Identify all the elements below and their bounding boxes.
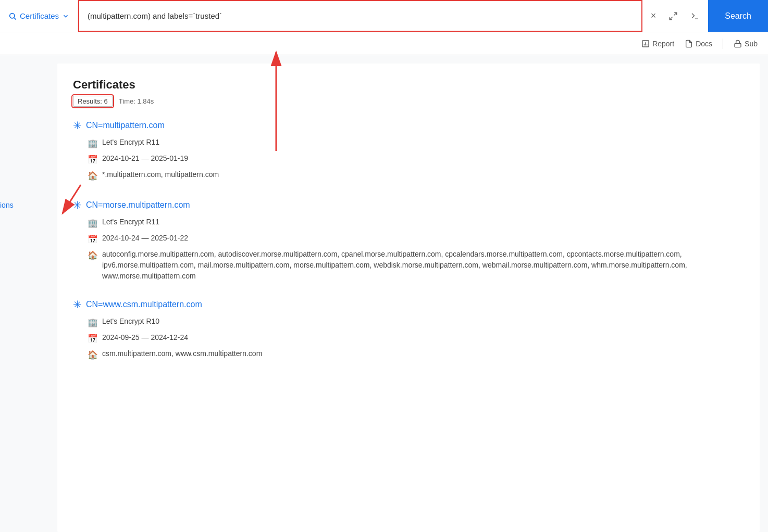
cert-selector[interactable]: Certificates bbox=[0, 0, 78, 32]
report-icon bbox=[641, 40, 650, 48]
docs-item[interactable]: Docs bbox=[685, 40, 712, 48]
cert-domains-value: autoconfig.morse.multipattern.com, autod… bbox=[102, 249, 739, 282]
cert-domains: 🏠 autoconfig.morse.multipattern.com, aut… bbox=[88, 249, 739, 282]
search-input[interactable] bbox=[79, 1, 641, 31]
expand-button[interactable] bbox=[666, 9, 680, 23]
sidebar-link[interactable]: ions bbox=[0, 201, 18, 209]
cert-name-row: ✳ CN=multipattern.com bbox=[73, 119, 739, 132]
cert-domains-value: csm.multipattern.com, www.csm.multipatte… bbox=[102, 348, 262, 359]
svg-point-0 bbox=[10, 13, 15, 18]
cert-cn-link[interactable]: CN=multipattern.com bbox=[86, 121, 165, 130]
results-panel: Certificates Results: 6 Time: 1.84s ✳ CN… bbox=[57, 64, 760, 532]
cert-issuer-value: Let's Encrypt R10 bbox=[102, 316, 159, 327]
cert-star-icon: ✳ bbox=[73, 298, 82, 311]
chevron-down-icon bbox=[62, 12, 69, 20]
svg-rect-9 bbox=[735, 43, 741, 47]
topbar: Certificates × Search bbox=[0, 0, 768, 32]
issuer-icon: 🏢 bbox=[88, 137, 98, 150]
cert-cn-link[interactable]: CN=www.csm.multipattern.com bbox=[86, 300, 202, 309]
cert-validity: 📅 2024-10-21 — 2025-01-19 bbox=[88, 153, 739, 166]
cert-domains-value: *.multipattern.com, multipattern.com bbox=[102, 169, 219, 180]
calendar-icon: 📅 bbox=[88, 333, 98, 345]
results-title: Certificates bbox=[73, 78, 739, 92]
cert-star-icon: ✳ bbox=[73, 119, 82, 132]
table-row: ✳ CN=morse.multipattern.com 🏢 Let's Encr… bbox=[73, 199, 739, 282]
docs-label: Docs bbox=[696, 40, 712, 48]
svg-line-3 bbox=[670, 17, 673, 19]
sub-label: Sub bbox=[745, 40, 758, 48]
cert-issuer: 🏢 Let's Encrypt R11 bbox=[88, 217, 739, 230]
vertical-divider bbox=[723, 39, 723, 49]
svg-line-1 bbox=[14, 18, 16, 20]
cert-name-row: ✳ CN=www.csm.multipattern.com bbox=[73, 298, 739, 311]
sub-item[interactable]: Sub bbox=[734, 40, 758, 48]
cert-validity: 📅 2024-09-25 — 2024-12-24 bbox=[88, 332, 739, 345]
cert-name-row: ✳ CN=morse.multipattern.com bbox=[73, 199, 739, 211]
results-time: Time: 1.84s bbox=[119, 97, 154, 105]
search-icon bbox=[8, 12, 17, 20]
topbar-actions: × bbox=[642, 0, 709, 32]
cert-issuer: 🏢 Let's Encrypt R11 bbox=[88, 137, 739, 150]
cert-issuer: 🏢 Let's Encrypt R10 bbox=[88, 316, 739, 329]
expand-icon bbox=[668, 11, 678, 21]
cert-validity-value: 2024-10-24 — 2025-01-22 bbox=[102, 233, 188, 244]
cert-validity-value: 2024-09-25 — 2024-12-24 bbox=[102, 332, 188, 343]
domain-icon: 🏠 bbox=[88, 170, 98, 182]
certificate-list: ✳ CN=multipattern.com 🏢 Let's Encrypt R1… bbox=[73, 119, 739, 361]
docs-icon bbox=[685, 40, 693, 48]
terminal-button[interactable] bbox=[688, 9, 702, 23]
cert-domains: 🏠 csm.multipattern.com, www.csm.multipat… bbox=[88, 348, 739, 361]
cert-validity-value: 2024-10-21 — 2025-01-19 bbox=[102, 153, 188, 164]
lock-icon bbox=[734, 40, 742, 48]
search-button[interactable]: Search bbox=[708, 0, 768, 32]
results-count: Results: 6 bbox=[73, 96, 113, 107]
svg-line-2 bbox=[674, 12, 677, 15]
report-item[interactable]: Report bbox=[641, 40, 674, 48]
clear-button[interactable]: × bbox=[649, 8, 659, 23]
calendar-icon: 📅 bbox=[88, 233, 98, 246]
domain-icon: 🏠 bbox=[88, 249, 98, 262]
cert-selector-label: Certificates bbox=[20, 11, 59, 20]
cert-cn-link[interactable]: CN=morse.multipattern.com bbox=[86, 200, 190, 210]
table-row: ✳ CN=multipattern.com 🏢 Let's Encrypt R1… bbox=[73, 119, 739, 182]
cert-issuer-value: Let's Encrypt R11 bbox=[102, 217, 159, 227]
main-content: ions Certificates Results: 6 Time: 1.84s… bbox=[0, 55, 768, 532]
table-row: ✳ CN=www.csm.multipattern.com 🏢 Let's En… bbox=[73, 298, 739, 361]
cert-star-icon: ✳ bbox=[73, 199, 82, 211]
cert-issuer-value: Let's Encrypt R11 bbox=[102, 137, 159, 148]
report-label: Report bbox=[652, 40, 674, 48]
calendar-icon: 📅 bbox=[88, 154, 98, 166]
clear-icon: × bbox=[651, 10, 656, 21]
secondary-bar: Report Docs Sub bbox=[0, 32, 768, 55]
search-input-wrapper bbox=[78, 0, 642, 32]
cert-validity: 📅 2024-10-24 — 2025-01-22 bbox=[88, 233, 739, 246]
terminal-icon bbox=[690, 11, 700, 21]
domain-icon: 🏠 bbox=[88, 349, 98, 361]
results-meta: Results: 6 Time: 1.84s bbox=[73, 96, 739, 107]
issuer-icon: 🏢 bbox=[88, 316, 98, 329]
cert-domains: 🏠 *.multipattern.com, multipattern.com bbox=[88, 169, 739, 182]
issuer-icon: 🏢 bbox=[88, 217, 98, 230]
sidebar: ions bbox=[0, 55, 57, 532]
